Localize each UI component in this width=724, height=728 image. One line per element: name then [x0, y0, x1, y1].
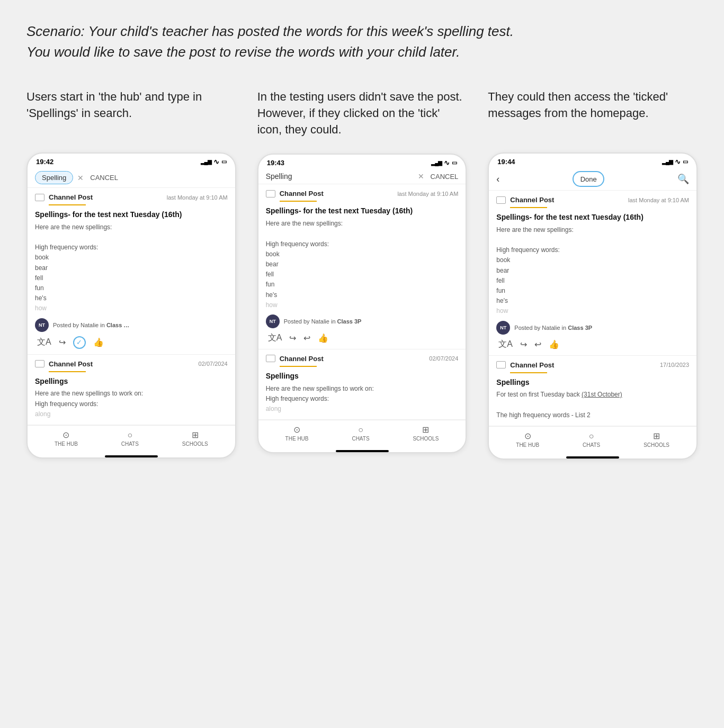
done-label-3: Done — [580, 175, 597, 183]
channel-post-label-2-1: Channel Post — [280, 190, 324, 197]
faded-word-1: how — [35, 304, 47, 312]
phone-3-status: 19:44 ▂▄▆ ∿ ▭ — [489, 154, 696, 168]
wifi-icon-2: ∿ — [444, 159, 450, 167]
post-card-2-1: Channel Post last Monday at 9:10 AM Spel… — [258, 184, 466, 349]
search-magnifier-3[interactable]: 🔍 — [677, 173, 689, 185]
back-chevron-3[interactable]: ‹ — [496, 174, 499, 185]
nav-chats-label-2: CHATS — [352, 436, 369, 442]
signal-icon-2: ▂▄▆ — [431, 160, 442, 166]
hub-icon-2: ⊙ — [293, 425, 300, 435]
nav-schools-label-1: SCHOOLS — [182, 441, 208, 447]
posted-by-row-1-1: NT Posted by Natalie in Class … — [35, 318, 228, 332]
translate-icon-1-1[interactable]: 文A — [37, 337, 51, 348]
post-title-row-3-1: Channel Post — [496, 196, 554, 204]
bottom-nav-1: ⊙ THE HUB ○ CHATS ⊞ SCHOOLS — [28, 425, 235, 453]
post-title-1-2: Spellings — [35, 376, 228, 387]
phone-2: 19:43 ▂▄▆ ∿ ▭ Spelling ✕ CANCEL Channel — [257, 154, 467, 453]
post-date-1-1: last Monday at 9:10 AM — [167, 194, 228, 201]
phone-3-time: 19:44 — [497, 158, 515, 166]
nav-schools-label-3: SCHOOLS — [643, 442, 669, 448]
translate-icon-3-1[interactable]: 文A — [498, 339, 513, 350]
nav-hub-1[interactable]: ⊙ THE HUB — [55, 430, 78, 447]
column-1-label: Users start in 'the hub' and type in 'Sp… — [26, 89, 236, 137]
post-card-1-1: Channel Post last Monday at 9:10 AM Spel… — [28, 188, 235, 355]
faded-word-2: how — [266, 301, 278, 309]
share-icon-1-1[interactable]: ↪ — [59, 337, 66, 347]
avatar-2-1: NT — [266, 314, 280, 328]
post-header-3-2: Channel Post 17/10/2023 — [496, 361, 689, 369]
post-card-3-1: Channel Post last Monday at 9:10 AM Spel… — [489, 191, 696, 356]
signal-icon: ▂▄▆ — [201, 159, 211, 165]
post-title-row-2-2: Channel Post — [266, 355, 324, 363]
phone-2-icons: ▂▄▆ ∿ ▭ — [431, 159, 457, 167]
clear-search-icon-2[interactable]: ✕ — [418, 172, 424, 181]
translate-icon-2-1[interactable]: 文A — [268, 332, 282, 344]
share-icon-2-1[interactable]: ↪ — [289, 333, 296, 343]
channel-post-label-3-1: Channel Post — [510, 196, 554, 204]
search-pill-1[interactable]: Spelling — [35, 171, 73, 184]
posted-by-text-1-1: Posted by Natalie in Class … — [53, 322, 129, 328]
nav-schools-1[interactable]: ⊞ SCHOOLS — [182, 430, 208, 447]
post-card-1-2: Channel Post 02/07/2024 Spellings Here a… — [28, 355, 235, 425]
nav-schools-3[interactable]: ⊞ SCHOOLS — [643, 431, 669, 448]
post-title-row-2-1: Channel Post — [266, 190, 324, 197]
chats-icon-2: ○ — [358, 425, 363, 435]
post-title-2-1: Spellings- for the test next Tuesday (16… — [266, 206, 459, 216]
chats-icon-1: ○ — [127, 430, 132, 440]
share-icon-3-1[interactable]: ↪ — [520, 339, 527, 349]
clear-search-icon[interactable]: ✕ — [77, 174, 84, 182]
post-header-1-1: Channel Post last Monday at 9:10 AM — [35, 193, 228, 201]
wifi-icon: ∿ — [213, 158, 219, 166]
battery-icon-2: ▭ — [452, 159, 457, 166]
channel-underline-1-1 — [49, 204, 86, 205]
post-title-row-1-1: Channel Post — [35, 193, 93, 201]
date-link-3-2[interactable]: (31st October) — [582, 391, 622, 398]
post-body-3-1: Here are the new spellings: High frequen… — [496, 225, 689, 317]
post-header-1-2: Channel Post 02/07/2024 — [35, 360, 228, 368]
post-header-2-1: Channel Post last Monday at 9:10 AM — [266, 190, 459, 197]
action-icons-1-1: 文A ↪ ✓ 👍 — [35, 336, 228, 349]
post-body-2-2: Here are the new spellings to work on: H… — [266, 384, 459, 415]
home-bar-2 — [336, 450, 389, 452]
undo-icon-3-1[interactable]: ↩ — [534, 339, 541, 349]
action-icons-2-1: 文A ↪ ↩ 👍 — [266, 332, 459, 344]
channel-underline-3-2 — [510, 372, 547, 373]
cancel-button-2[interactable]: CANCEL — [431, 173, 459, 181]
post-title-2-2: Spellings — [266, 371, 459, 381]
post-date-2-2: 02/07/2024 — [429, 355, 458, 362]
phone-2-search-bar[interactable]: Spelling ✕ CANCEL — [258, 169, 466, 184]
wifi-icon-3: ∿ — [675, 158, 681, 166]
scenario-text: Scenario: Your child's teacher has poste… — [26, 21, 535, 62]
phone-1-search-bar[interactable]: Spelling ✕ CANCEL — [28, 168, 235, 188]
nav-chats-2[interactable]: ○ CHATS — [352, 425, 369, 442]
nav-hub-2[interactable]: ⊙ THE HUB — [285, 425, 309, 442]
nav-schools-2[interactable]: ⊞ SCHOOLS — [413, 425, 439, 442]
post-body-1-2: Here are the new spellings to work on: H… — [35, 389, 228, 419]
cancel-button-1[interactable]: CANCEL — [90, 174, 118, 182]
schools-icon-2: ⊞ — [422, 425, 429, 435]
column-2: In the testing users didn't save the pos… — [257, 89, 467, 453]
post-date-1-2: 02/07/2024 — [199, 361, 228, 367]
nav-chats-1[interactable]: ○ CHATS — [121, 430, 139, 447]
post-date-3-2: 17/10/2023 — [660, 362, 689, 368]
undo-icon-2-1[interactable]: ↩ — [303, 333, 310, 343]
nav-hub-3[interactable]: ⊙ THE HUB — [516, 431, 539, 448]
post-card-2-2: Channel Post 02/07/2024 Spellings Here a… — [258, 349, 466, 420]
phone-2-status: 19:43 ▂▄▆ ∿ ▭ — [258, 155, 466, 169]
thumbsup-icon-3-1[interactable]: 👍 — [549, 339, 559, 349]
thumbsup-icon-2-1[interactable]: 👍 — [318, 333, 328, 343]
tick-circle-1-1[interactable]: ✓ — [73, 336, 86, 349]
faded-along-1: along — [35, 410, 50, 418]
posted-by-row-3-1: NT Posted by Natalie in Class 3P — [496, 321, 689, 335]
bottom-nav-3: ⊙ THE HUB ○ CHATS ⊞ SCHOOLS — [489, 426, 696, 454]
thumbsup-icon-1-1[interactable]: 👍 — [93, 337, 104, 347]
hub-icon-3: ⊙ — [524, 431, 531, 441]
phone-1-time: 19:42 — [36, 158, 53, 166]
nav-chats-3[interactable]: ○ CHATS — [583, 432, 600, 448]
done-button-3[interactable]: Done — [573, 171, 604, 187]
phone-3-icons: ▂▄▆ ∿ ▭ — [662, 158, 688, 166]
posted-by-text-2-1: Posted by Natalie in Class 3P — [284, 318, 362, 325]
hub-icon-1: ⊙ — [62, 430, 69, 440]
search-pill-text: Spelling — [42, 174, 66, 182]
post-title-row-3-2: Channel Post — [496, 361, 554, 369]
